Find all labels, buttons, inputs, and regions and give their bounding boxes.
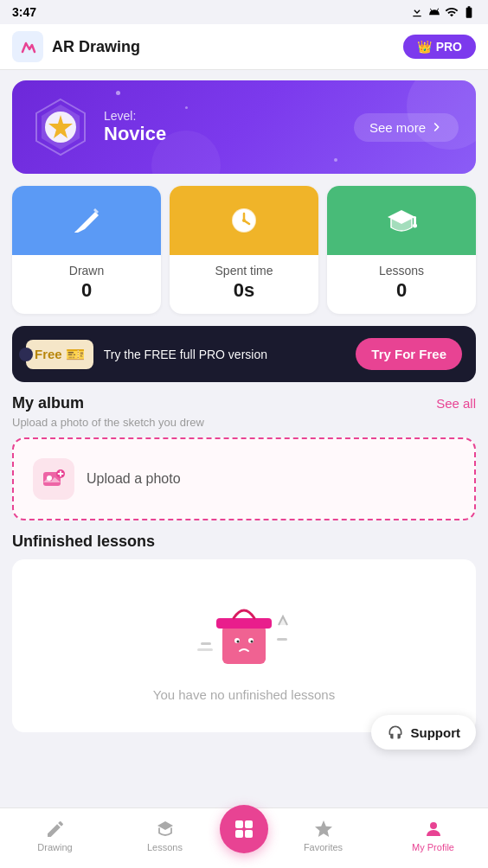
unfinished-title: Unfinished lessons [12,533,476,551]
android-icon [427,5,441,19]
nav-center-button[interactable] [220,805,268,853]
app-branding: AR Drawing [12,31,140,62]
svg-rect-24 [235,820,243,828]
svg-point-7 [242,219,246,222]
level-info: Level: Novice [92,109,354,145]
svg-rect-15 [216,618,272,629]
bottom-nav: Drawing Lessons Favorites My Profile [0,807,488,868]
lessons-nav-icon [155,819,176,839]
album-subtitle: Upload a photo of the sketch you drew [12,416,476,429]
time-icon-area [170,186,318,255]
favorites-nav-icon [313,819,334,839]
top-nav: AR Drawing 👑 PRO [0,24,488,70]
album-section: My album See all Upload a photo of the s… [12,394,476,520]
upload-icon [33,458,74,500]
svg-point-10 [413,224,417,228]
empty-illustration [192,590,296,677]
svg-rect-26 [235,830,243,838]
graduation-icon [382,201,421,239]
support-button[interactable]: Support [371,715,477,750]
svg-rect-25 [245,820,253,828]
unfinished-section: Unfinished lessons [12,533,476,732]
stat-info-lessons: Lessons 0 [327,255,476,314]
stat-title-time: Spent time [178,264,310,278]
svg-rect-21 [197,648,213,651]
nav-item-drawing[interactable]: Drawing [0,819,110,852]
pro-badge-button[interactable]: 👑 PRO [403,35,476,59]
album-see-all[interactable]: See all [436,396,476,411]
drawn-icon-area [12,186,161,255]
grid-icon [232,817,256,841]
crown-icon: 👑 [417,40,432,54]
stats-row: Drawn 0 Spent time 0s [12,186,476,314]
headphone-icon [387,724,404,741]
profile-nav-icon [423,819,444,839]
svg-point-28 [430,822,437,829]
see-more-button[interactable]: See more [354,113,459,142]
stat-value-drawn: 0 [21,279,152,302]
stat-value-time: 0s [178,279,310,302]
stat-info-drawn: Drawn 0 [12,255,161,314]
download-icon [410,5,424,19]
album-title: My album [12,394,84,412]
see-more-label: See more [369,120,426,135]
nav-favorites-label: Favorites [304,842,343,852]
upload-photo-label: Upload a photo [87,471,181,487]
wifi-icon [445,5,459,19]
status-bar: 3:47 [0,0,488,24]
stat-value-lessons: 0 [336,279,467,302]
upload-photo-button[interactable]: Upload a photo [12,437,476,520]
stat-info-time: Spent time 0s [170,255,318,314]
pro-banner: Free 🎫 Try the FREE full PRO version Try… [12,326,476,382]
svg-rect-20 [201,642,211,645]
nav-item-lessons[interactable]: Lessons [110,819,220,852]
level-label: Level: [104,109,354,123]
free-ticket: Free 🎫 [26,340,93,369]
main-content: Level: Novice See more [0,70,488,743]
chevron-right-icon [429,120,443,134]
pro-banner-description: Try the FREE full PRO version [104,348,346,361]
app-icon [12,31,43,62]
nav-profile-label: My Profile [412,842,454,852]
level-banner: Level: Novice See more [12,80,476,174]
nav-drawing-label: Drawing [37,842,72,852]
support-label: Support [411,725,461,740]
pencil-icon [67,201,106,239]
photo-add-icon [42,467,66,491]
level-name: Novice [104,123,354,145]
stat-title-lessons: Lessons [336,264,467,278]
level-icon [29,96,92,158]
svg-point-18 [237,640,240,642]
album-header: My album See all [12,394,476,412]
svg-rect-27 [245,830,253,838]
ticket-wing-icon: 🎫 [66,345,85,364]
svg-rect-22 [277,638,287,641]
nav-item-favorites[interactable]: Favorites [268,819,378,852]
drawing-nav-icon [45,819,66,839]
free-ticket-label: Free [35,347,62,361]
empty-lessons-text: You have no unfinished lessons [153,687,335,702]
pro-badge-label: PRO [436,40,462,54]
lessons-icon-area [327,186,476,255]
svg-point-19 [251,640,254,642]
try-for-free-button[interactable]: Try For Free [356,338,462,370]
unfinished-content: You have no unfinished lessons [12,559,476,732]
nav-item-profile[interactable]: My Profile [378,819,488,852]
svg-rect-14 [222,625,266,664]
stat-card-time: Spent time 0s [170,186,318,314]
nav-lessons-label: Lessons [147,842,183,852]
app-name: AR Drawing [52,38,140,56]
clock-icon [225,201,263,239]
stat-card-drawn: Drawn 0 [12,186,161,314]
stat-title-drawn: Drawn [21,264,152,278]
status-icons [410,5,476,19]
stat-card-lessons: Lessons 0 [327,186,476,314]
battery-icon [462,5,476,19]
status-time: 3:47 [12,5,36,19]
